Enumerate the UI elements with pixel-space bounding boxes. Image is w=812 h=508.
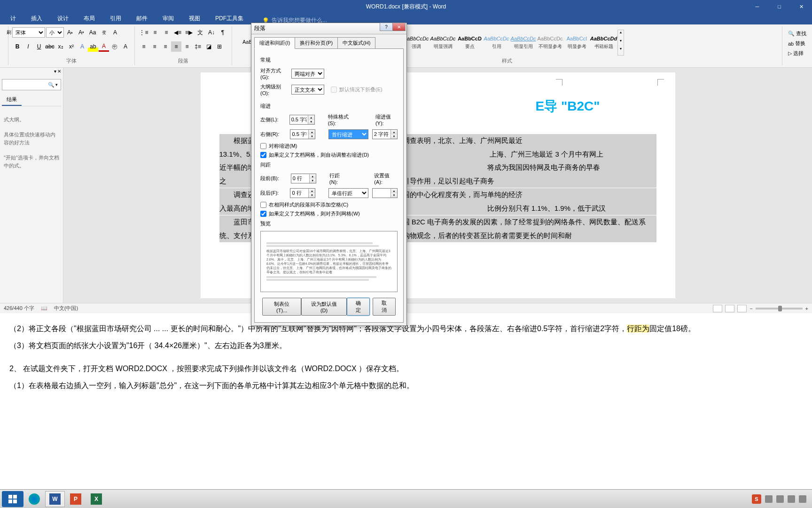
find-button[interactable]: 🔍查找 (786, 29, 808, 38)
excel-taskbar-button[interactable]: X (86, 491, 106, 507)
nav-close-button[interactable]: ✕ (57, 69, 61, 74)
bullets-button[interactable]: ⋮≡ (139, 27, 149, 38)
snap-grid-checkbox[interactable] (260, 211, 266, 217)
ribbon-tab-design[interactable]: 设计 (52, 13, 74, 24)
read-mode-button[interactable] (713, 305, 722, 312)
dialog-close-button[interactable]: ✕ (392, 23, 406, 31)
nav-tab-results[interactable]: 结果 (2, 94, 22, 106)
zoom-out-button[interactable]: − (750, 306, 752, 311)
ribbon-tab-insert[interactable]: 插入 (25, 13, 48, 24)
zoom-in-button[interactable]: + (805, 306, 808, 311)
line-spacing-select[interactable]: 单倍行距 (328, 188, 368, 198)
ime-icon[interactable]: S (752, 494, 761, 504)
italic-button[interactable]: I (23, 41, 33, 52)
ribbon-tab-layout[interactable]: 布局 (78, 13, 101, 24)
nav-search-input[interactable]: 🔍 ▾ (2, 79, 61, 90)
align-center-button[interactable]: ≡ (149, 41, 160, 52)
word-count[interactable]: 426/440 个字 (4, 305, 34, 312)
style-intense-ref[interactable]: AaBbCcI明显参考 (564, 30, 590, 56)
strikethrough-button[interactable]: abc (45, 41, 55, 52)
style-book-title[interactable]: AaBbCcDd书籍标题 (591, 30, 617, 56)
left-indent-spinner[interactable]: ▲▼ (289, 115, 315, 125)
increase-indent-button[interactable]: ≡▶ (184, 27, 194, 38)
collapsed-checkbox[interactable] (331, 87, 337, 93)
superscript-button[interactable]: x² (66, 41, 77, 52)
sort-button[interactable]: A↓ (206, 27, 217, 38)
underline-button[interactable]: U (34, 41, 44, 52)
close-window-button[interactable]: ✕ (791, 0, 812, 13)
edge-taskbar-button[interactable] (24, 491, 44, 507)
no-space-checkbox[interactable] (260, 202, 266, 208)
special-indent-select[interactable]: 首行缩进 (328, 129, 368, 139)
text-direction-button[interactable]: 文 (195, 27, 205, 38)
ribbon-tab-view[interactable]: 视图 (183, 13, 206, 24)
font-color-button[interactable]: A (99, 41, 109, 52)
phonetic-guide-button[interactable]: 变 (99, 27, 109, 38)
ribbon-tab-review[interactable]: 审阅 (157, 13, 180, 24)
ribbon-tab-mailings[interactable]: 邮件 (131, 13, 153, 24)
word-taskbar-button[interactable]: W (45, 491, 65, 507)
align-right-button[interactable]: ≡ (160, 41, 171, 52)
ribbon-tab-references[interactable]: 引用 (104, 13, 127, 24)
auto-adjust-checkbox[interactable] (260, 152, 266, 158)
align-left-button[interactable]: ≡ (139, 41, 149, 52)
select-button[interactable]: ▷选择 (786, 49, 808, 58)
by-spinner[interactable]: ▲▼ (372, 129, 398, 139)
char-shading-button[interactable]: A (120, 41, 131, 52)
show-marks-button[interactable]: ¶ (218, 27, 228, 38)
cancel-button[interactable]: 取消 (373, 298, 396, 316)
font-size-select[interactable]: 小四 (46, 27, 64, 38)
language-indicator[interactable]: 中文(中国) (54, 305, 78, 312)
numbering-button[interactable]: ≡ (150, 27, 160, 38)
multilevel-button[interactable]: ≡ (161, 27, 172, 38)
text-effects-button[interactable]: A (77, 41, 87, 52)
minimize-button[interactable]: ─ (747, 0, 768, 13)
zoom-slider[interactable] (756, 308, 803, 310)
tabs-button[interactable]: 制表位(T)... (262, 298, 301, 316)
right-indent-spinner[interactable]: ▲▼ (290, 129, 315, 139)
distribute-button[interactable]: ≡ (182, 41, 192, 52)
space-before-spinner[interactable]: ▲▼ (291, 174, 316, 183)
char-border-button[interactable]: A (110, 27, 120, 38)
document-area[interactable]: E导 "B2C" 根据蓝 调查表明，北京、上海、广州网民最近 13.1%、5.3… (63, 68, 812, 303)
tray-item[interactable] (799, 495, 806, 503)
shrink-font-button[interactable]: A▾ (76, 27, 86, 38)
maximize-button[interactable]: □ (769, 0, 790, 13)
space-after-spinner[interactable]: ▲▼ (290, 188, 315, 198)
change-case-button[interactable]: Aa (87, 27, 98, 38)
decrease-indent-button[interactable]: ◀≡ (172, 27, 183, 38)
tray-item[interactable] (765, 495, 773, 503)
powerpoint-taskbar-button[interactable]: P (66, 491, 86, 507)
alignment-select[interactable]: 两端对齐 (291, 69, 324, 79)
dialog-tab-linebreaks[interactable]: 换行和分页(P) (295, 37, 338, 49)
ribbon-tab-pdf[interactable]: PDF工具集 (210, 13, 249, 24)
nav-dropdown-icon[interactable]: ▾ (54, 69, 56, 74)
style-emphasis[interactable]: AaBbCcDc强调 (403, 30, 429, 56)
start-button[interactable] (2, 491, 23, 507)
replace-button[interactable]: ab替换 (786, 39, 808, 48)
web-layout-button[interactable] (737, 305, 747, 312)
ok-button[interactable]: 确定 (347, 298, 370, 316)
dialog-tab-indents[interactable]: 缩进和间距(I) (254, 37, 295, 49)
style-quote[interactable]: AaBbCcDc引用 (484, 30, 509, 56)
tray-item[interactable] (788, 495, 795, 503)
style-intense-quote[interactable]: AaBbCcDc明显引用 (510, 30, 536, 56)
enclose-char-button[interactable]: ㊥ (109, 41, 120, 52)
ribbon-tab[interactable]: 计 (5, 13, 22, 24)
line-spacing-button[interactable]: ‡≡ (193, 41, 203, 52)
outline-select[interactable]: 正文文本 (291, 85, 324, 95)
borders-button[interactable]: ⊞ (214, 41, 225, 52)
spelling-icon[interactable]: 📖 (41, 305, 47, 311)
font-family-select[interactable]: 宋体 (12, 27, 45, 38)
shading-button[interactable]: ◪ (203, 41, 214, 52)
styles-more-button[interactable]: ▴ ▾ ▾ (617, 30, 624, 56)
at-spinner[interactable]: ▲▼ (372, 188, 398, 198)
justify-button[interactable]: ≡ (171, 41, 181, 52)
mirror-indent-checkbox[interactable] (260, 143, 266, 149)
dialog-help-button[interactable]: ? (380, 23, 393, 31)
dialog-tab-asian[interactable]: 中文版式(H) (337, 37, 375, 49)
grow-font-button[interactable]: A▴ (65, 27, 75, 38)
style-strong[interactable]: AaBbCcD要点 (457, 30, 483, 56)
dialog-titlebar[interactable]: 段落 ? ✕ (251, 23, 406, 34)
bold-button[interactable]: B (12, 41, 23, 52)
